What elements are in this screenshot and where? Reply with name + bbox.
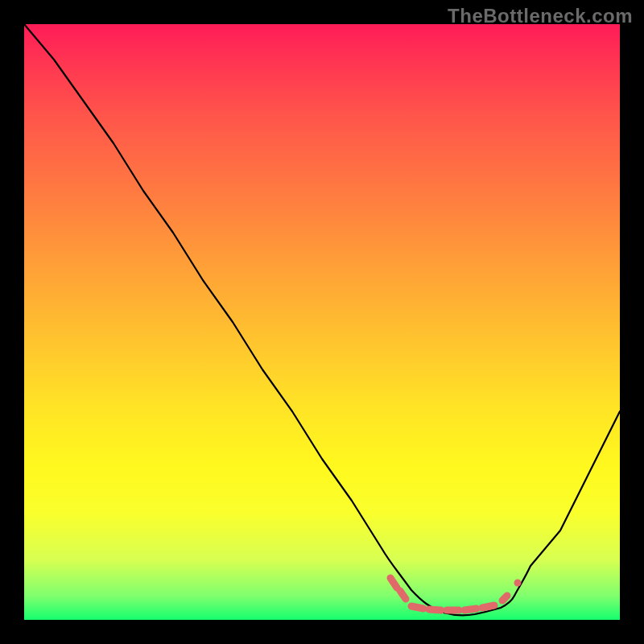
watermark-text: TheBottleneck.com [448,5,633,27]
flat-marker-dot [400,591,406,599]
flat-marker-dot [464,609,477,610]
flat-marker-dot [514,580,522,587]
chart-svg [24,24,620,620]
bottleneck-curve [24,24,620,615]
chart-frame: TheBottleneck.com [0,0,644,644]
flat-marker-dot [429,609,441,610]
plot-area [24,24,620,620]
optimal-region-markers [390,578,522,610]
flat-marker-dot [502,596,507,601]
flat-marker-dot [411,606,423,609]
flat-marker-dot [482,605,494,608]
flat-marker-dot [390,578,397,588]
